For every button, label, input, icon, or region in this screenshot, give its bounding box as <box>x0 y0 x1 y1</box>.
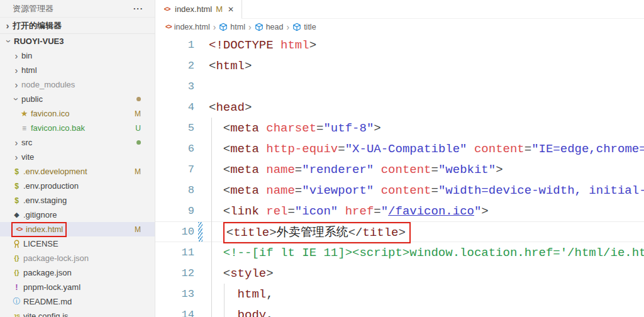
breadcrumb-item-index-html[interactable]: <>index.html <box>165 23 210 31</box>
tree-item-node-modules[interactable]: node_modules <box>0 77 155 92</box>
tree-item-bin[interactable]: bin <box>0 48 155 63</box>
tree-item-html[interactable]: html <box>0 63 155 77</box>
code-text: <head> <box>194 101 252 114</box>
breadcrumb-label: head <box>266 23 284 31</box>
symbol-cube-icon <box>292 23 301 31</box>
chevron-right-icon <box>11 65 21 75</box>
breadcrumb-item-head[interactable]: head <box>255 23 284 31</box>
indent-guide <box>211 159 212 180</box>
git-status-badge: M <box>135 167 141 176</box>
tree-item--env-staging[interactable]: $.env.staging <box>0 193 155 208</box>
code-line-8[interactable]: 8 <meta name="viewport" content="width=d… <box>155 180 644 201</box>
file-label: .env.staging <box>23 196 67 205</box>
indent-guide <box>211 242 212 263</box>
open-editors-label: 打开的编辑器 <box>13 20 62 31</box>
html-code-icon: <> <box>14 225 25 235</box>
chevron-down-icon <box>4 36 14 47</box>
tree-item-license[interactable]: LICENSE <box>0 236 155 251</box>
json-icon: {} <box>11 253 22 264</box>
yaml-lock-icon: ! <box>11 282 22 292</box>
git-status-badge: U <box>135 124 141 133</box>
tree-item--gitignore[interactable]: ◆.gitignore <box>0 208 155 222</box>
code-line-12[interactable]: 12 <style> <box>155 263 644 284</box>
tab-index-html[interactable]: <> index.html M ✕ <box>155 0 242 19</box>
close-icon[interactable]: ✕ <box>226 4 235 14</box>
code-line-6[interactable]: 6 <meta http-equiv="X-UA-Compatible" con… <box>155 138 644 159</box>
indent-guide <box>211 118 212 138</box>
tree-item-index-html[interactable]: <>index.htmlM <box>0 222 155 236</box>
code-line-11[interactable]: 11 <!--[if lt IE 11]><script>window.loca… <box>155 242 644 263</box>
line-number: 12 <box>155 267 194 279</box>
git-change-dot <box>136 140 141 145</box>
breadcrumb-item-html[interactable]: html <box>219 23 245 31</box>
editor-group: <> index.html M ✕ <>index.html›html›head… <box>155 0 644 317</box>
indent-guide <box>211 304 212 317</box>
chevron-right-icon <box>11 138 21 148</box>
tree-item--env-development[interactable]: $.env.developmentM <box>0 164 155 179</box>
vscode-window: 资源管理器 ··· 打开的编辑器 RUOYI-VUE3binhtmlnode_m… <box>0 0 644 317</box>
tab-label: index.html <box>175 4 212 14</box>
indent-guide <box>211 284 212 304</box>
indent-guide <box>224 284 225 304</box>
tree-item-favicon-ico-bak[interactable]: ≡favicon.ico.bakU <box>0 121 155 135</box>
chevron-right-icon <box>11 80 21 90</box>
license-icon <box>11 239 22 249</box>
breadcrumb-separator-icon: › <box>212 22 218 32</box>
tree-item-pnpm-lock-yaml[interactable]: !pnpm-lock.yaml <box>0 280 155 294</box>
star-icon: ★ <box>19 109 30 119</box>
tree-item-vite-config-js[interactable]: JSvite.config.js <box>0 309 155 317</box>
tree-item-package-lock-json[interactable]: {}package-lock.json <box>0 251 155 265</box>
tree-item--env-production[interactable]: $.env.production <box>0 179 155 193</box>
file-label: RUOYI-VUE3 <box>14 36 64 46</box>
explorer-header: 资源管理器 ··· <box>0 0 155 18</box>
breadcrumb-label: index.html <box>174 23 210 31</box>
code-line-9[interactable]: 9 <link rel="icon" href="/favicon.ico"> <box>155 201 644 221</box>
code-text: <style> <box>194 267 274 281</box>
tree-item-src[interactable]: src <box>0 135 155 150</box>
indent-guide <box>211 221 212 242</box>
tree-item-ruoyi-vue3[interactable]: RUOYI-VUE3 <box>0 34 155 48</box>
info-icon: ⓘ <box>11 297 22 307</box>
tab-bar: <> index.html M ✕ <box>155 0 644 19</box>
tree-item-package-json[interactable]: {}package.json <box>0 265 155 280</box>
symbol-cube-icon <box>255 23 264 31</box>
code-line-2[interactable]: 2<html> <box>155 55 644 76</box>
line-number: 7 <box>155 164 194 175</box>
file-label: favicon.ico.bak <box>31 123 85 133</box>
tree-item-public[interactable]: public <box>0 92 155 106</box>
git-status-badge: M <box>135 225 141 234</box>
code-line-13[interactable]: 13 html, <box>155 284 644 304</box>
line-number: 6 <box>155 143 194 155</box>
html-file-icon: <> <box>162 4 172 14</box>
tree-item-vite[interactable]: vite <box>0 150 155 164</box>
explorer-title: 资源管理器 <box>13 3 130 14</box>
more-actions-icon[interactable]: ··· <box>130 4 147 13</box>
shell-icon: $ <box>11 181 22 191</box>
html-code-icon: <> <box>165 23 172 30</box>
code-line-5[interactable]: 5 <meta charset="utf-8"> <box>155 118 644 138</box>
open-editors-section[interactable]: 打开的编辑器 <box>0 18 155 34</box>
tree-item-favicon-ico[interactable]: ★favicon.icoM <box>0 106 155 121</box>
code-editor[interactable]: 1<!DOCTYPE html>2<html>34<head>5 <meta c… <box>155 35 644 317</box>
chevron-right-icon <box>3 21 13 31</box>
file-label: favicon.ico <box>31 109 69 118</box>
tree-item-readme-md[interactable]: ⓘREADME.md <box>0 294 155 309</box>
code-text: body, <box>194 308 274 317</box>
code-line-1[interactable]: 1<!DOCTYPE html> <box>155 35 644 55</box>
code-line-14[interactable]: 14 body, <box>155 304 644 317</box>
indent-guide <box>224 304 225 317</box>
breadcrumb-item-title[interactable]: title <box>292 23 316 31</box>
file-label: package-lock.json <box>23 253 89 263</box>
breadcrumb-label: html <box>230 23 245 31</box>
file-label: src <box>21 138 32 147</box>
code-text: <meta http-equiv="X-UA-Compatible" conte… <box>194 142 644 156</box>
file-label: .gitignore <box>23 210 57 220</box>
code-line-4[interactable]: 4<head> <box>155 97 644 118</box>
indent-guide <box>211 138 212 159</box>
file-label: html <box>21 65 37 75</box>
code-line-7[interactable]: 7 <meta name="renderer" content="webkit"… <box>155 159 644 180</box>
code-line-3[interactable]: 3 <box>155 76 644 97</box>
code-line-10[interactable]: 10 <title>外卖管理系统</title> <box>155 221 644 242</box>
code-text: <title>外卖管理系统</title> <box>194 224 411 240</box>
git-icon: ◆ <box>11 210 22 220</box>
